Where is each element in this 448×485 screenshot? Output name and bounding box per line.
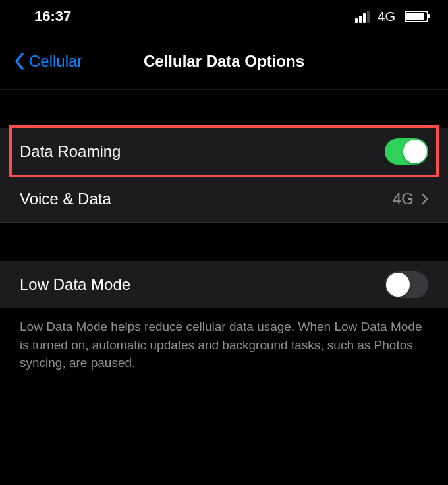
data-roaming-row[interactable]: Data Roaming [0,128,448,175]
network-label: 4G [378,9,395,24]
page-title: Cellular Data Options [144,52,304,71]
status-indicators: 4G [355,9,428,24]
chevron-right-icon [422,193,428,205]
back-button[interactable]: Cellular [0,52,82,71]
low-data-mode-toggle[interactable] [385,271,428,298]
back-label: Cellular [29,52,82,71]
toggle-knob [403,140,427,163]
voice-data-label: Voice & Data [20,190,111,208]
battery-icon [405,11,428,22]
status-bar: 16:37 4G [0,0,448,33]
data-roaming-toggle[interactable] [385,138,428,165]
chevron-left-icon [14,53,24,70]
data-roaming-label: Data Roaming [20,142,121,161]
low-data-mode-label: Low Data Mode [20,275,130,294]
nav-header: Cellular Cellular Data Options [0,33,448,90]
voice-data-row[interactable]: Voice & Data 4G [0,175,448,223]
toggle-knob [386,273,410,297]
voice-data-value: 4G [393,190,414,208]
low-data-mode-description: Low Data Mode helps reduce cellular data… [0,308,448,382]
section-spacer [0,223,448,261]
signal-icon [355,11,370,23]
section-spacer [0,90,448,128]
low-data-mode-row[interactable]: Low Data Mode [0,261,448,308]
status-time: 16:37 [34,8,71,25]
